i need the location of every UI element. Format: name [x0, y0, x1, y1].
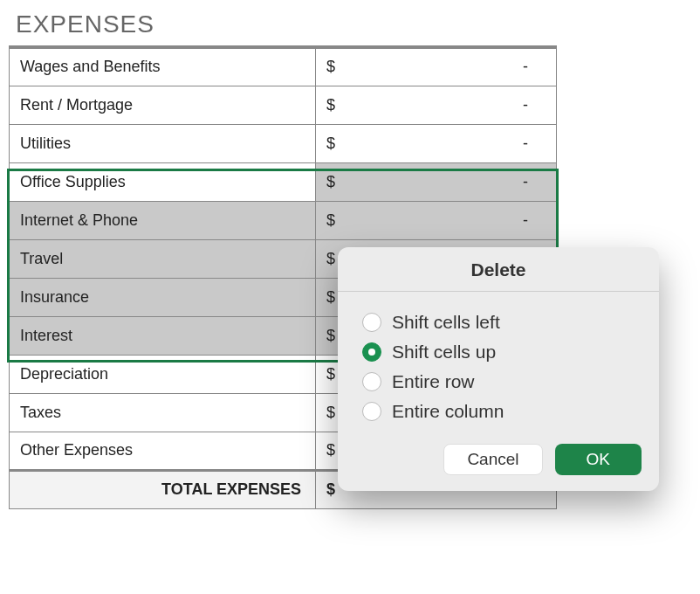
currency-symbol: $: [326, 96, 335, 114]
dialog-title: Delete: [338, 247, 659, 292]
currency-symbol: $: [326, 211, 335, 230]
cancel-button[interactable]: Cancel: [443, 444, 542, 475]
radio-icon: [362, 313, 381, 332]
currency-symbol: $: [326, 480, 335, 499]
expense-value[interactable]: $ -: [316, 124, 557, 162]
radio-label: Entire row: [392, 371, 475, 392]
delete-dialog: Delete Shift cells left Shift cells up E…: [338, 247, 659, 491]
radio-shift-cells-left[interactable]: Shift cells left: [362, 307, 638, 337]
expense-value[interactable]: $ -: [316, 47, 557, 86]
dialog-buttons: Cancel OK: [338, 433, 659, 491]
currency-symbol: $: [326, 173, 335, 191]
total-label[interactable]: TOTAL EXPENSES: [10, 470, 316, 508]
expense-value[interactable]: $ -: [316, 162, 557, 201]
currency-symbol: $: [326, 327, 335, 345]
expense-label[interactable]: Internet & Phone: [10, 201, 316, 239]
expense-label[interactable]: Travel: [10, 239, 316, 278]
radio-shift-cells-up[interactable]: Shift cells up: [362, 337, 638, 367]
currency-symbol: $: [326, 404, 335, 422]
expense-label[interactable]: Utilities: [10, 124, 316, 162]
section-heading: EXPENSES: [0, 0, 700, 45]
currency-symbol: $: [326, 135, 335, 153]
expense-label[interactable]: Rent / Mortgage: [10, 86, 316, 124]
radio-entire-column[interactable]: Entire column: [362, 397, 638, 426]
radio-label: Entire column: [392, 401, 504, 422]
currency-symbol: $: [326, 365, 335, 383]
currency-symbol: $: [326, 288, 335, 307]
value-dash: -: [523, 173, 546, 191]
expense-label[interactable]: Office Supplies: [10, 162, 316, 201]
radio-entire-row[interactable]: Entire row: [362, 367, 638, 397]
dialog-body: Shift cells left Shift cells up Entire r…: [338, 292, 659, 433]
currency-symbol: $: [326, 58, 335, 76]
value-dash: -: [523, 135, 546, 153]
table-row[interactable]: Rent / Mortgage $ -: [10, 86, 557, 124]
expense-label[interactable]: Wages and Benefits: [10, 47, 316, 86]
radio-label: Shift cells up: [392, 342, 496, 363]
radio-icon: [362, 372, 381, 391]
currency-symbol: $: [326, 250, 335, 268]
expense-value[interactable]: $ -: [316, 201, 557, 239]
table-row[interactable]: Wages and Benefits $ -: [10, 47, 557, 86]
expense-label[interactable]: Other Expenses: [10, 432, 316, 470]
radio-icon-checked: [362, 342, 381, 362]
radio-icon: [362, 402, 381, 421]
expense-label[interactable]: Interest: [10, 316, 316, 355]
expense-label[interactable]: Insurance: [10, 278, 316, 316]
value-dash: -: [523, 96, 546, 114]
table-row[interactable]: Office Supplies $ -: [10, 162, 557, 201]
value-dash: -: [523, 58, 546, 76]
ok-button[interactable]: OK: [555, 444, 642, 475]
table-row[interactable]: Internet & Phone $ -: [10, 201, 557, 239]
table-row[interactable]: Utilities $ -: [10, 124, 557, 162]
currency-symbol: $: [326, 441, 335, 459]
expense-value[interactable]: $ -: [316, 86, 557, 124]
radio-label: Shift cells left: [392, 312, 500, 333]
expense-label[interactable]: Taxes: [10, 393, 316, 432]
value-dash: -: [523, 211, 546, 230]
expense-label[interactable]: Depreciation: [10, 355, 316, 393]
